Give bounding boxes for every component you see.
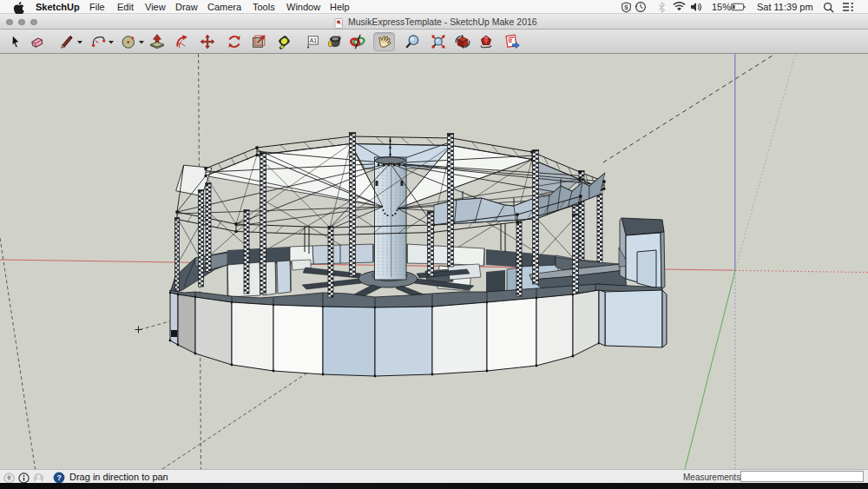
tool-shapes[interactable]: [118, 32, 140, 51]
rotate-icon: [227, 34, 242, 50]
send-to-layout-icon: [504, 34, 520, 50]
tool-follow-me[interactable]: [173, 32, 194, 51]
menu-item-draw[interactable]: Draw: [175, 1, 198, 14]
bluetooth-icon[interactable]: [658, 1, 666, 13]
tool-pan[interactable]: [373, 32, 395, 51]
zoom-extents-icon: [431, 34, 446, 50]
measurements-label: Measurements: [683, 472, 740, 482]
menu-item-view[interactable]: View: [145, 1, 166, 14]
battery-icon[interactable]: [731, 1, 746, 13]
push-pull-icon: [149, 34, 165, 50]
menu-item-edit[interactable]: Edit: [117, 1, 134, 14]
shapes-icon: [121, 34, 136, 50]
text-icon: A1: [304, 34, 319, 50]
dropdown-caret-icon: [77, 41, 82, 44]
tool-zoom[interactable]: [402, 32, 424, 51]
tool-warehouse[interactable]: [476, 32, 497, 51]
bottom-strip: [0, 483, 868, 489]
tool-text[interactable]: A1: [301, 32, 323, 51]
time-machine-icon[interactable]: [635, 1, 647, 13]
viewport[interactable]: [0, 54, 868, 469]
toolbar: A1: [0, 30, 868, 54]
menu-item-camera[interactable]: Camera: [207, 1, 241, 14]
menu-item-tools[interactable]: Tools: [253, 1, 275, 14]
svg-text:?: ?: [56, 473, 61, 482]
arcs-icon: [90, 34, 106, 50]
tool-paint-bucket[interactable]: [324, 32, 345, 51]
apple-logo-icon[interactable]: [13, 2, 24, 14]
menu-bar: SketchUp File Edit View Draw Camera Tool…: [0, 0, 868, 14]
status-hint: Drag in direction to pan: [69, 472, 168, 482]
spotlight-icon[interactable]: [823, 1, 834, 13]
eraser-icon: [30, 34, 45, 50]
tool-select[interactable]: [4, 32, 26, 51]
tool-line[interactable]: [56, 32, 78, 51]
window-minimize-button[interactable]: [18, 19, 25, 26]
tool-eraser[interactable]: [27, 32, 49, 51]
window-title-bar[interactable]: MusikExpressTemplate - SketchUp Make 201…: [0, 14, 868, 30]
menu-clock[interactable]: Sat 11:39 pm: [757, 1, 813, 14]
wifi-icon[interactable]: [673, 1, 686, 13]
window-title: MusikExpressTemplate - SketchUp Make 201…: [348, 17, 537, 27]
tool-send-to-layout[interactable]: [502, 32, 523, 51]
select-icon: [8, 34, 23, 50]
warehouse-icon: [478, 34, 494, 50]
orbit-icon: [350, 34, 365, 50]
tool-orbit[interactable]: [347, 32, 369, 51]
dropdown-caret-icon: [108, 41, 114, 44]
tool-tape-measure[interactable]: [273, 32, 295, 51]
menu-item-app[interactable]: SketchUp: [36, 1, 80, 14]
status-bar: ? Drag in direction to pan Measurements: [0, 469, 868, 483]
tool-zoom-extents[interactable]: [428, 32, 450, 51]
tool-arcs[interactable]: [88, 32, 109, 51]
make-component-icon: [455, 34, 470, 50]
menu-item-file[interactable]: File: [89, 1, 105, 14]
menu-item-window[interactable]: Window: [286, 1, 320, 14]
dropdown-caret-icon: [139, 41, 144, 44]
line-icon: [59, 34, 75, 50]
svg-text:S: S: [624, 3, 628, 10]
notification-center-icon[interactable]: [842, 1, 854, 13]
pan-icon: [376, 34, 391, 50]
tool-make-component[interactable]: [452, 32, 474, 51]
battery-percent: 15%: [712, 1, 731, 14]
tool-rotate[interactable]: [224, 32, 246, 51]
zoom-icon: [404, 34, 420, 50]
shield-icon[interactable]: S: [621, 1, 632, 13]
screen: SketchUp File Edit View Draw Camera Tool…: [0, 0, 868, 489]
follow-me-icon: [175, 34, 191, 50]
svg-text:A1: A1: [310, 37, 318, 43]
model-canvas[interactable]: [0, 54, 868, 469]
window-zoom-button[interactable]: [30, 19, 37, 26]
volume-icon[interactable]: [690, 1, 702, 13]
measurements-input[interactable]: [740, 471, 864, 482]
paint-bucket-icon: [326, 34, 342, 50]
menu-item-help[interactable]: Help: [330, 1, 350, 14]
tape-measure-icon: [276, 34, 292, 50]
tool-move[interactable]: [197, 32, 219, 51]
tool-push-pull[interactable]: [147, 32, 168, 51]
tool-scale[interactable]: [248, 32, 270, 51]
move-icon: [200, 34, 215, 50]
window-close-button[interactable]: [6, 19, 13, 26]
scale-icon: [251, 34, 266, 50]
